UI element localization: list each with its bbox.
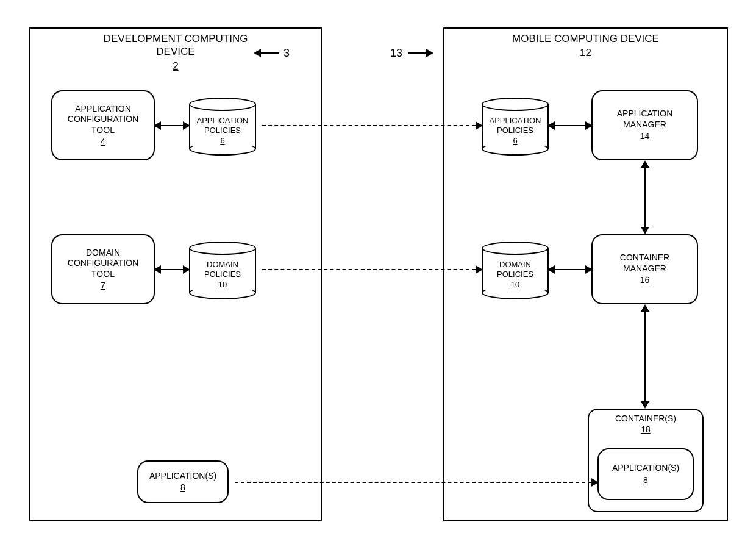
mobile-device-title: MOBILE COMPUTING DEVICE 12: [444, 32, 727, 60]
dev-app-policies-db: APPLICATION POLICIES 6: [189, 98, 256, 156]
arrow-mgr14-cmgr16-d: [641, 227, 649, 234]
conn-mgr14-cmgr16: [644, 168, 646, 227]
mobile-callout-line: [408, 52, 426, 54]
dev-domain-policies-db: DOMAIN POLICIES 10: [189, 242, 256, 299]
dash-db6-db6: [262, 125, 476, 126]
dash-app8-app8: [235, 482, 591, 483]
diagram-canvas: DEVELOPMENT COMPUTING DEVICE 2 3 APPLICA…: [0, 0, 756, 544]
app-config-tool-box: APPLICATION CONFIGURATION TOOL 4: [51, 90, 155, 160]
app-manager-box: APPLICATION MANAGER 14: [591, 90, 698, 160]
domain-config-tool-box: DOMAIN CONFIGURATION TOOL 7: [51, 234, 155, 304]
dev-applications-box: APPLICATION(S) 8: [137, 460, 229, 503]
conn-mdb10-cmgr16: [555, 269, 585, 270]
arrow-cmgr16-cont18-u: [641, 304, 649, 312]
mobile-app-policies-db: APPLICATION POLICIES 6: [482, 98, 549, 156]
arrow-tool7-db10-l: [154, 265, 161, 274]
dev-callout-num: 3: [284, 47, 290, 60]
conn-mdb6-mgr14: [555, 125, 585, 126]
mobile-callout-num: 13: [390, 47, 402, 60]
containers-title: CONTAINER(S) 18: [589, 413, 702, 434]
conn-cmgr16-cont18: [644, 312, 646, 401]
containers-applications-box: APPLICATION(S) 8: [597, 448, 694, 500]
arrow-mdb6-mgr14-r: [585, 121, 593, 130]
arrow-cmgr16-cont18-d: [641, 401, 649, 409]
arrow-tool4-db6-l: [154, 121, 161, 130]
arrow-mgr14-cmgr16-u: [641, 160, 649, 168]
dash-db10-db10: [262, 269, 476, 270]
dev-callout-line: [261, 52, 279, 54]
container-manager-box: CONTAINER MANAGER 16: [591, 234, 698, 304]
dev-callout-arrow: [254, 49, 261, 57]
arrow-mdb10-cmgr16-r: [585, 265, 593, 274]
mobile-domain-policies-db: DOMAIN POLICIES 10: [482, 242, 549, 299]
dash-app8-app8-r: [591, 478, 599, 487]
mobile-callout-arrow: [426, 49, 433, 57]
conn-tool7-db10: [161, 269, 183, 270]
conn-tool4-db6: [161, 125, 183, 126]
